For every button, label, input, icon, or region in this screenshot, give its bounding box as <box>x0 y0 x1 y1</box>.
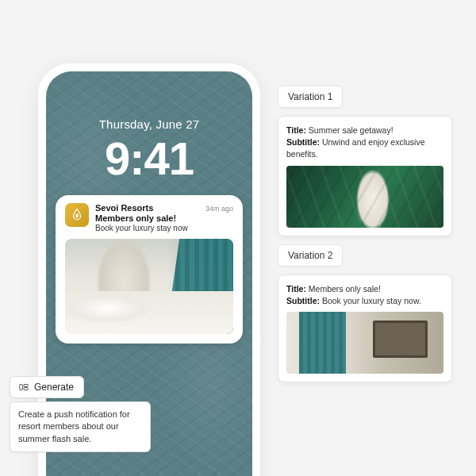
variation-tab-2[interactable]: Variation 2 <box>278 244 343 267</box>
notification-title: Members only sale! <box>95 213 199 223</box>
generate-button[interactable]: Generate <box>10 376 84 398</box>
svg-rect-1 <box>24 385 28 387</box>
generate-button-label: Generate <box>34 382 74 393</box>
lockscreen-date: Thursday, June 27 <box>46 117 252 131</box>
variation-2-image <box>286 312 443 374</box>
variation-card-2[interactable]: Title: Members only sale! Subtitle: Book… <box>278 274 452 382</box>
prompt-text[interactable]: Create a push notification for resort me… <box>10 401 151 452</box>
lockscreen-time: 9:41 <box>46 132 252 185</box>
notification-subtitle: Book your luxury stay now <box>95 224 199 232</box>
variations-panel: Variation 1 Title: Summer sale getaway! … <box>278 86 452 382</box>
variation-1-title-line: Title: Summer sale getaway! <box>286 125 443 136</box>
variation-1-subtitle-line: Subtitle: Unwind and enjoy exclusive ben… <box>286 136 443 160</box>
push-notification-card[interactable]: Sevoi Resorts Members only sale! Book yo… <box>56 195 243 344</box>
variation-tab-1[interactable]: Variation 1 <box>278 86 343 108</box>
notification-image <box>65 239 233 334</box>
variation-2-subtitle-line: Subtitle: Book your luxury stay now. <box>286 295 443 307</box>
variation-2-title-line: Title: Members only sale! <box>286 283 443 295</box>
variation-card-1[interactable]: Title: Summer sale getaway! Subtitle: Un… <box>278 116 452 236</box>
svg-rect-2 <box>24 388 28 390</box>
notification-app-name: Sevoi Resorts <box>95 203 199 213</box>
variation-1-image <box>286 166 443 228</box>
app-icon <box>65 203 89 227</box>
generate-icon <box>18 382 29 393</box>
flame-drop-icon <box>70 208 84 222</box>
svg-rect-0 <box>20 385 23 390</box>
notification-timestamp: 34m ago <box>205 205 233 213</box>
